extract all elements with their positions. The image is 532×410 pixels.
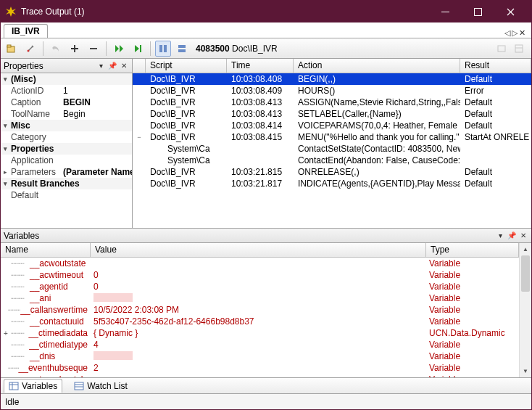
minimize-button[interactable] (429, 1, 462, 22)
document-tab-strip: IB_IVR ◁ ▷ ✕ (1, 22, 531, 38)
scroll-up-button[interactable]: ▲ (520, 243, 531, 255)
svg-rect-7 (164, 45, 167, 52)
tab-next-button[interactable]: ▷ (512, 28, 518, 38)
tool-step-icon[interactable] (130, 41, 146, 57)
svg-rect-10 (498, 46, 505, 52)
variable-row[interactable]: ┈┈┈__acwtimeout0Variable (1, 269, 519, 281)
svg-rect-11 (515, 45, 523, 52)
tool-add-icon[interactable] (67, 41, 83, 57)
script-row[interactable]: Doc\IB_IVR10:03:08.413SETLABEL(Caller,{N… (133, 108, 531, 120)
properties-pane-header: Properties ▾ 📌 ✕ (1, 59, 132, 73)
property-category[interactable]: ▾Misc (1, 120, 132, 131)
title-bar: Trace Output (1) (1, 1, 531, 22)
property-category[interactable]: ▾Result Branches (1, 178, 132, 189)
script-row[interactable]: System\CaContactEnd(Abandon: False, Caus… (133, 155, 531, 166)
col-result[interactable]: Result (460, 59, 531, 73)
property-row[interactable]: CaptionBEGIN (1, 97, 132, 108)
pane-close-button[interactable]: ✕ (518, 231, 528, 241)
scroll-thumb[interactable] (521, 255, 530, 292)
variable-row[interactable]: ┈┈┈__aniVariable (1, 292, 519, 304)
script-row[interactable]: Doc\IB_IVR10:03:08.408BEGIN(,,)Default (133, 73, 531, 85)
variable-row[interactable]: ┈┈┈__externalroutelaVariable (1, 374, 519, 377)
tab-variables[interactable]: Variables (4, 379, 62, 393)
col-var-name[interactable]: Name (1, 243, 91, 257)
property-category[interactable]: ▾Properties (1, 143, 132, 155)
script-row[interactable]: Doc\IB_IVR10:03:08.413ASSIGN(Name,Stevie… (133, 97, 531, 108)
script-row[interactable]: Doc\IB_IVR10:03:08.409HOURS()Error (133, 85, 531, 97)
property-row[interactable]: Application (1, 155, 132, 166)
col-script[interactable]: Script (146, 59, 227, 73)
tool-right1-icon[interactable] (494, 41, 510, 57)
col-action[interactable]: Action (294, 59, 460, 73)
script-row[interactable]: Doc\IB_IVR10:03:21.815ONRELEASE(,)Defaul… (133, 166, 531, 178)
property-row[interactable]: ▸Parameters(Parameter Name (1, 166, 132, 178)
tool-view1-icon[interactable] (155, 41, 171, 57)
pane-dropdown-button[interactable]: ▾ (495, 231, 505, 241)
maximize-button[interactable] (462, 1, 494, 22)
close-button[interactable] (494, 1, 527, 22)
status-bar: Idle (1, 393, 531, 409)
variables-pane-header: Variables ▾ 📌 ✕ (1, 229, 531, 243)
svg-rect-8 (178, 45, 186, 48)
variable-row[interactable]: ┈┈┈__acwoutstateVariable (1, 258, 519, 269)
tab-watch-list[interactable]: Watch List (70, 380, 132, 393)
svg-rect-3 (7, 45, 11, 47)
svg-rect-0 (441, 12, 449, 12)
variables-tab-footer: Variables Watch List (1, 377, 531, 393)
tool-right2-icon[interactable] (511, 41, 527, 57)
script-grid-header: Script Time Action Result (133, 59, 531, 73)
property-row[interactable]: ToolNameBegin (1, 108, 132, 120)
tool-view2-icon[interactable] (174, 41, 190, 57)
svg-rect-9 (178, 49, 186, 52)
col-var-type[interactable]: Type (426, 243, 519, 257)
script-row[interactable]: Doc\IB_IVR10:03:21.817INDICATE(Agents,{A… (133, 178, 531, 189)
property-row[interactable]: Default (1, 189, 132, 201)
window-title: Trace Output (1) (21, 7, 429, 17)
pane-close-button[interactable]: ✕ (119, 61, 129, 71)
variable-row[interactable]: ┈┈┈__contactuuid5f53c407-235c-462d-af12-… (1, 316, 519, 327)
tool-remove-icon[interactable] (86, 41, 101, 57)
svg-rect-1 (475, 8, 482, 15)
tool-undo-icon[interactable] (48, 41, 64, 57)
svg-rect-5 (140, 45, 141, 52)
variables-grid[interactable]: ┈┈┈__acwoutstateVariable┈┈┈__acwtimeout0… (1, 258, 519, 377)
tab-ib-ivr[interactable]: IB_IVR (4, 24, 48, 38)
property-row[interactable]: Category (1, 131, 132, 143)
variable-row[interactable]: +┈┈┈__ctimediadata{ Dynamic }UCN.Data.Dy… (1, 327, 519, 339)
toolbar: 4083500 Doc\IB_IVR (1, 38, 531, 59)
properties-grid[interactable]: ▾(Misc)ActionID1CaptionBEGINToolNameBegi… (1, 73, 132, 228)
tab-close-button[interactable]: ✕ (519, 28, 525, 38)
tool-open-icon[interactable] (4, 41, 20, 57)
variable-row[interactable]: ┈┈┈__eventhubseque2Variable (1, 362, 519, 374)
svg-rect-6 (159, 45, 162, 52)
svg-point-4 (28, 49, 30, 52)
col-var-value[interactable]: Value (91, 243, 426, 257)
script-row[interactable]: System\CaContactSetState(ContactID: 4083… (133, 143, 531, 155)
pane-pin-button[interactable]: 📌 (107, 61, 117, 71)
scroll-down-button[interactable]: ▼ (520, 365, 531, 377)
svg-rect-13 (75, 382, 83, 390)
variable-row[interactable]: ┈┈┈__callanswertime10/5/2022 2:03:08 PMV… (1, 304, 519, 316)
svg-rect-12 (9, 382, 18, 390)
property-row[interactable]: ActionID1 (1, 85, 132, 97)
property-category[interactable]: ▾(Misc) (1, 73, 132, 85)
pane-dropdown-button[interactable]: ▾ (96, 61, 106, 71)
script-grid[interactable]: Doc\IB_IVR10:03:08.408BEGIN(,,)DefaultDo… (133, 73, 531, 228)
variables-grid-header: Name Value Type (1, 243, 519, 258)
variable-row[interactable]: ┈┈┈__agentid0Variable (1, 281, 519, 292)
variables-scrollbar[interactable]: ▲ ▼ (519, 243, 531, 377)
script-row[interactable]: Doc\IB_IVR10:03:08.414VOICEPARAMS(70,0,4… (133, 120, 531, 131)
variable-row[interactable]: ┈┈┈__dnisVariable (1, 350, 519, 362)
status-text: Idle (5, 397, 19, 407)
toolbar-doc-label: 4083500 Doc\IB_IVR (196, 44, 278, 54)
col-time[interactable]: Time (227, 59, 294, 73)
tab-prev-button[interactable]: ◁ (504, 28, 510, 38)
script-row[interactable]: −Doc\IB_IVR10:03:08.415MENU("%Hello and … (133, 131, 531, 143)
tool-run-icon[interactable] (111, 41, 127, 57)
variable-row[interactable]: ┈┈┈__ctimediatype4Variable (1, 339, 519, 350)
pane-pin-button[interactable]: 📌 (507, 231, 517, 241)
tool-settings-icon[interactable] (22, 41, 38, 57)
app-icon (5, 6, 17, 17)
